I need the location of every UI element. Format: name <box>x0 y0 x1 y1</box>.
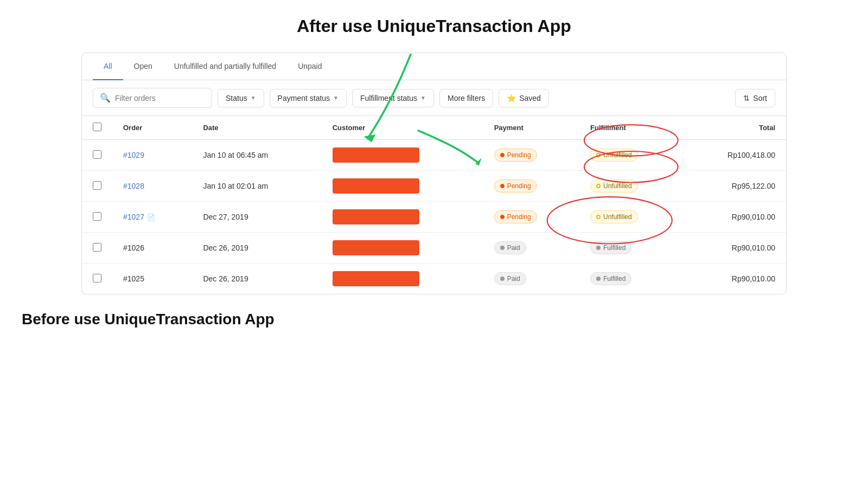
total-cell: Rp100,418.00 <box>682 140 786 171</box>
payment-status-label: Payment status <box>278 94 330 102</box>
select-all-header <box>82 116 112 140</box>
total-header: Total <box>682 116 786 140</box>
fulfillment-dot <box>596 153 601 157</box>
fulfillment-dot <box>596 215 601 219</box>
customer-bar <box>333 240 419 255</box>
order-cell: #1026 <box>112 233 192 264</box>
search-icon: 🔍 <box>100 93 111 103</box>
search-box[interactable]: 🔍 <box>93 88 212 108</box>
customer-bar <box>333 147 419 163</box>
payment-cell: Pending <box>483 202 579 233</box>
table-row: #1026 Dec 26, 2019 Paid Fulfilled Rp90,0… <box>82 233 786 264</box>
sort-label: Sort <box>753 94 767 102</box>
tab-open[interactable]: Open <box>123 53 163 80</box>
date-cell: Dec 26, 2019 <box>192 264 321 294</box>
date-cell: Dec 26, 2019 <box>192 233 321 264</box>
tab-all[interactable]: All <box>93 53 123 80</box>
payment-badge: Paid <box>494 272 526 285</box>
status-filter-button[interactable]: Status ▼ <box>218 89 264 107</box>
row-checkbox[interactable] <box>93 212 101 221</box>
order-link[interactable]: #1028 <box>123 182 144 190</box>
payment-cell: Pending <box>483 140 579 171</box>
row-checkbox-cell <box>82 171 112 202</box>
row-checkbox[interactable] <box>93 243 101 252</box>
document-icon: 📄 <box>147 214 155 221</box>
fulfillment-chevron-icon: ▼ <box>420 95 426 101</box>
customer-cell <box>322 264 483 294</box>
orders-table: Order Date Customer Payment Fulfillment … <box>82 116 786 294</box>
status-chevron-icon: ▼ <box>251 95 256 101</box>
payment-chevron-icon: ▼ <box>333 95 339 101</box>
toolbar: 🔍 Status ▼ Payment status ▼ Fulfillment … <box>82 80 786 116</box>
tab-unfulfilled[interactable]: Unfulfilled and partially fulfilled <box>163 53 287 80</box>
payment-dot <box>500 153 505 157</box>
sort-button[interactable]: ⇅ Sort <box>735 89 775 107</box>
date-header: Date <box>192 116 321 140</box>
fulfillment-badge: Unfulfilled <box>590 210 638 223</box>
order-id: #1025 <box>123 274 144 283</box>
page-title-before: Before use UniqueTransaction App <box>22 311 846 328</box>
more-filters-button[interactable]: More filters <box>439 89 493 107</box>
row-checkbox[interactable] <box>93 150 101 159</box>
order-link[interactable]: #1027 <box>123 213 144 221</box>
date-cell: Jan 10 at 02:01 am <box>192 171 321 202</box>
date-cell: Dec 27, 2019 <box>192 202 321 233</box>
customer-bar <box>333 178 419 194</box>
payment-status-filter-button[interactable]: Payment status ▼ <box>270 89 347 107</box>
payment-dot <box>500 215 505 219</box>
select-all-checkbox[interactable] <box>93 123 101 131</box>
fulfillment-cell: Fulfilled <box>579 233 682 264</box>
search-input[interactable] <box>115 94 205 102</box>
fulfillment-cell: Unfulfilled <box>579 171 682 202</box>
row-checkbox[interactable] <box>93 274 101 282</box>
customer-header: Customer <box>322 116 483 140</box>
payment-cell: Paid <box>483 233 579 264</box>
table-header-row: Order Date Customer Payment Fulfillment … <box>82 116 786 140</box>
tab-unpaid[interactable]: Unpaid <box>287 53 333 80</box>
orders-panel: All Open Unfulfilled and partially fulfi… <box>81 53 787 294</box>
date-cell: Jan 10 at 06:45 am <box>192 140 321 171</box>
order-link[interactable]: #1029 <box>123 151 144 159</box>
fulfillment-status-filter-button[interactable]: Fulfillment status ▼ <box>352 89 434 107</box>
row-checkbox-cell <box>82 233 112 264</box>
page-title-after: After use UniqueTransaction App <box>22 16 846 36</box>
payment-header: Payment <box>483 116 579 140</box>
total-cell: Rp95,122.00 <box>682 171 786 202</box>
payment-badge: Pending <box>494 179 537 192</box>
table-row: #1028 Jan 10 at 02:01 am Pending Unfulfi… <box>82 171 786 202</box>
star-icon: ⭐ <box>507 94 516 102</box>
status-label: Status <box>226 94 247 102</box>
fulfillment-badge: Unfulfilled <box>590 149 638 162</box>
payment-badge: Pending <box>494 149 537 162</box>
table-row: #1025 Dec 26, 2019 Paid Fulfilled Rp90,0… <box>82 264 786 294</box>
fulfillment-dot <box>596 184 601 188</box>
row-checkbox-cell <box>82 264 112 294</box>
fulfillment-cell: Unfulfilled <box>579 140 682 171</box>
table-row: #1029 Jan 10 at 06:45 am Pending Unfulfi… <box>82 140 786 171</box>
fulfillment-badge: Unfulfilled <box>590 179 638 192</box>
fulfillment-badge: Fulfilled <box>590 272 631 285</box>
total-cell: Rp90,010.00 <box>682 233 786 264</box>
customer-bar <box>333 271 419 286</box>
order-cell: #1028 <box>112 171 192 202</box>
order-cell: #1029 <box>112 140 192 171</box>
customer-cell <box>322 233 483 264</box>
row-checkbox-cell <box>82 202 112 233</box>
payment-cell: Pending <box>483 171 579 202</box>
row-checkbox-cell <box>82 140 112 171</box>
fulfillment-cell: Fulfilled <box>579 264 682 294</box>
tab-bar: All Open Unfulfilled and partially fulfi… <box>82 53 786 80</box>
customer-cell <box>322 140 483 171</box>
sort-icon: ⇅ <box>743 94 750 102</box>
payment-dot <box>500 277 505 281</box>
order-cell: #1025 <box>112 264 192 294</box>
total-cell: Rp90,010.00 <box>682 202 786 233</box>
saved-button[interactable]: ⭐ Saved <box>499 89 549 107</box>
total-cell: Rp90,010.00 <box>682 264 786 294</box>
payment-dot <box>500 184 505 188</box>
order-id: #1026 <box>123 243 144 252</box>
customer-cell <box>322 171 483 202</box>
fulfillment-status-label: Fulfillment status <box>360 94 417 102</box>
row-checkbox[interactable] <box>93 181 101 190</box>
order-cell: #1027📄 <box>112 202 192 233</box>
